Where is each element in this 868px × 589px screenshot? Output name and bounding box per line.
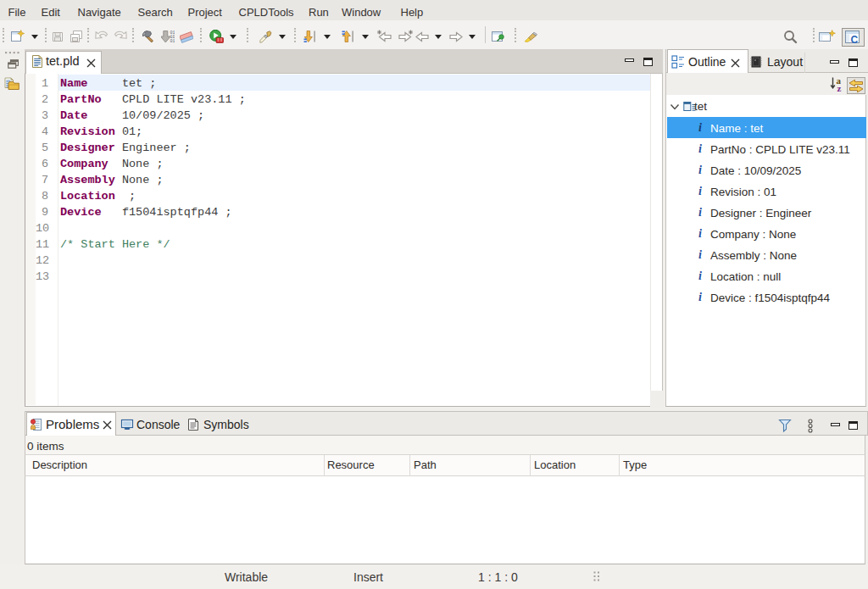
svg-text:01: 01: [170, 39, 175, 43]
svg-text:C: C: [851, 34, 859, 46]
svg-text:z: z: [837, 83, 842, 92]
